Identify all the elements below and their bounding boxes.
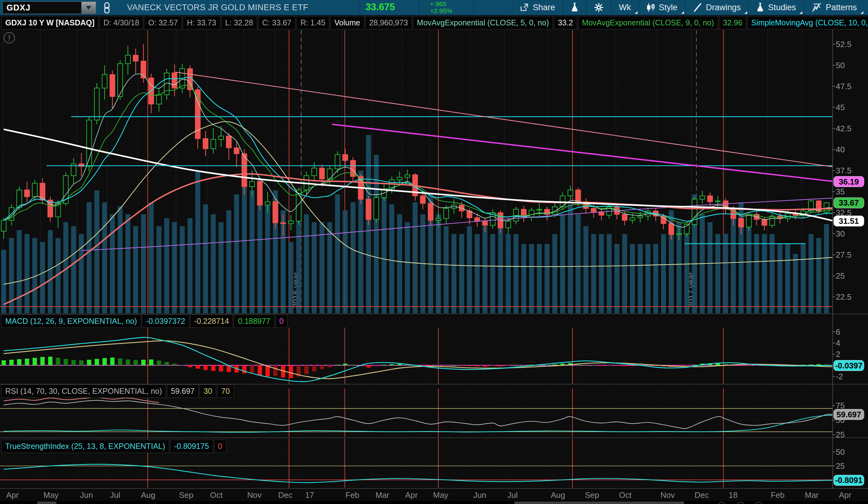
share-button[interactable]: Share — [512, 0, 562, 15]
symbol-input[interactable]: GDXJ — [2, 1, 96, 14]
studies-button[interactable]: Studies — [748, 0, 803, 15]
svg-text:40: 40 — [836, 145, 845, 154]
svg-text:52.5: 52.5 — [836, 40, 851, 49]
svg-text:-0.8091: -0.8091 — [835, 475, 862, 485]
gear-icon — [594, 3, 603, 12]
share-icon — [520, 3, 529, 12]
study-value: 59.697 — [167, 385, 198, 398]
scrollbar-thumb[interactable] — [37, 502, 56, 504]
button-label: Patterns — [826, 3, 857, 12]
link-icon[interactable] — [103, 2, 111, 15]
button-label: Studies — [768, 3, 796, 12]
drawings-button[interactable]: Drawings — [685, 0, 748, 15]
study-label[interactable]: MovAvgExponential (CLOSE, 5, 0, no) — [413, 16, 553, 29]
study-label[interactable]: SimpleMovingAvg (CLOSE, 10, 0, no) — [747, 16, 868, 29]
svg-text:17: 17 — [305, 490, 314, 500]
axis-price-bubble: 36.19 — [834, 177, 864, 187]
svg-text:-2: -2 — [836, 372, 843, 381]
svg-text:50: 50 — [836, 61, 845, 70]
svg-text:Oct: Oct — [210, 490, 223, 500]
svg-text:Sep: Sep — [585, 490, 599, 500]
study-label[interactable]: MovAvgExponential (CLOSE, 9, 0, no) — [578, 16, 718, 29]
svg-text:Aug: Aug — [551, 490, 565, 500]
svg-text:Apr: Apr — [6, 490, 19, 500]
wk-timeframe-button[interactable]: Wk — [611, 0, 639, 15]
svg-text:Jun: Jun — [80, 490, 93, 500]
flask-icon — [571, 2, 579, 12]
svg-text:18: 18 — [728, 490, 737, 500]
svg-text:27.5: 27.5 — [836, 250, 851, 260]
svg-text:Dec: Dec — [694, 490, 709, 500]
change-abs: +.965 — [430, 1, 452, 8]
patterns-button[interactable]: Patterns — [803, 0, 864, 15]
study-value: -0.228714 — [190, 315, 233, 328]
svg-text:25: 25 — [836, 271, 845, 281]
dropdown-corner-icon — [744, 11, 747, 14]
top-toolbar: GDXJ VANECK VECTORS JR GOLD MINERS E ETF… — [0, 0, 868, 15]
svg-text:35: 35 — [836, 187, 845, 196]
study-value: 0 — [276, 315, 288, 328]
dropdown-corner-icon — [860, 11, 864, 14]
study-value: 0 — [214, 440, 226, 453]
company-title: VANECK VECTORS JR GOLD MINERS E ETF — [127, 3, 308, 12]
svg-text:Jun: Jun — [473, 490, 486, 500]
svg-text:4: 4 — [836, 338, 840, 348]
dropdown-corner-icon — [681, 11, 684, 14]
toolbar-separator — [419, 0, 420, 15]
chart-canvas[interactable]: 2016 year2017 year52.55047.54542.54037.5… — [0, 0, 868, 504]
ohlc-field: D: 4/30/18 — [100, 16, 143, 29]
svg-text:47.5: 47.5 — [836, 82, 851, 91]
pencil-icon — [693, 3, 702, 12]
svg-text:Sep: Sep — [179, 490, 193, 500]
svg-text:50: 50 — [836, 447, 845, 456]
button-label: Wk — [619, 3, 631, 12]
chevron-down-icon — [86, 6, 91, 10]
macd-label[interactable]: MACD (12, 26, 9, EXPONENTIAL, no) — [1, 315, 141, 328]
style-button[interactable]: Style — [639, 0, 685, 15]
flask-icon — [756, 2, 764, 12]
axis-price-bubble: 31.51 — [834, 216, 864, 226]
svg-text:Jul: Jul — [110, 490, 120, 500]
dropdown-corner-icon — [799, 11, 802, 14]
axis-price-bubble: -0.8091 — [834, 475, 864, 485]
svg-text:36.19: 36.19 — [839, 177, 859, 186]
axis-price-bubble: 33.67 — [834, 198, 864, 208]
settings-button[interactable] — [586, 0, 611, 15]
study-value: 70 — [217, 385, 234, 398]
button-label: Share — [533, 3, 555, 12]
toolbar-separator — [473, 0, 474, 15]
svg-text:22.5: 22.5 — [836, 292, 851, 302]
button-label: Style — [659, 3, 678, 12]
svg-text:Aug: Aug — [141, 490, 155, 500]
svg-text:30: 30 — [836, 229, 845, 238]
ohlc-field: L: 32.28 — [221, 16, 257, 29]
axis-price-bubble: 59.697 — [834, 409, 864, 420]
rsi-label[interactable]: RSI (14, 70, 30, CLOSE, EXPONENTIAL, no) — [1, 385, 166, 398]
symbol-dropdown-button[interactable] — [81, 2, 96, 14]
svg-text:Apr: Apr — [405, 490, 418, 500]
toolbar-separator — [359, 0, 360, 15]
symbol-text[interactable]: GDXJ — [3, 3, 81, 13]
svg-text:31.51: 31.51 — [839, 217, 859, 226]
toolbar-button-group: ShareWkStyleDrawingsStudiesPatterns — [512, 0, 864, 15]
svg-text:75: 75 — [836, 401, 845, 410]
svg-text:25: 25 — [836, 430, 845, 439]
button-label: Drawings — [706, 3, 741, 12]
svg-text:Feb: Feb — [345, 490, 359, 500]
study-value: 0.188977 — [234, 315, 274, 328]
svg-text:Mar: Mar — [805, 490, 819, 500]
tsi-label[interactable]: TrueStrengthIndex (25, 13, 8, EXPONENTIA… — [1, 440, 169, 453]
beaker-button[interactable] — [562, 0, 586, 15]
study-value: 30 — [199, 385, 216, 398]
svg-text:42.5: 42.5 — [836, 124, 851, 133]
scrollbar-thumb[interactable] — [514, 502, 684, 504]
svg-text:37.5: 37.5 — [836, 166, 851, 175]
svg-text:Mar: Mar — [375, 490, 389, 500]
pattern-icon — [811, 2, 822, 12]
ohlc-field: O: 32.57 — [144, 16, 182, 29]
dropdown-corner-icon — [635, 11, 638, 14]
svg-text:May: May — [433, 490, 448, 500]
trading-platform-window: { "toolbar": { "symbol": "GDXJ", "compan… — [0, 0, 868, 504]
svg-text:Feb: Feb — [771, 490, 785, 500]
svg-text:Jul: Jul — [507, 490, 518, 500]
